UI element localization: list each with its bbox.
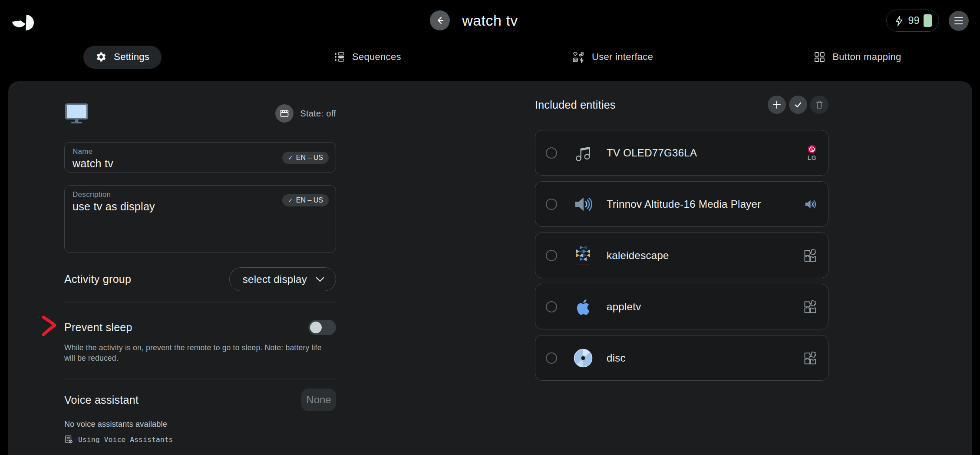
entity-radio[interactable]: [546, 199, 557, 210]
sequences-icon: [334, 51, 345, 63]
back-button[interactable]: [430, 10, 450, 30]
description-field-value: use tv as display: [73, 200, 155, 213]
activity-state-icon: [275, 104, 294, 123]
document-info-icon: [64, 435, 73, 444]
entity-name: kaleidescape: [607, 249, 669, 262]
entity-list: TV OLED77G36LA LG: [535, 130, 828, 381]
tab-label: Settings: [114, 51, 149, 63]
state-group: State: off: [275, 104, 336, 123]
tab-button-mapping[interactable]: Button mapping: [735, 43, 980, 70]
user-interface-icon: [572, 50, 585, 63]
entity-actions: [768, 96, 828, 114]
app-screen: watch tv 99 Settings: [0, 0, 980, 455]
tab-label: User interface: [592, 51, 653, 63]
kaleidescape-mosaic-icon: kaleidescape: [573, 245, 594, 266]
name-field-value: watch tv: [73, 157, 113, 170]
chevron-down-icon: [316, 277, 324, 282]
prevent-sleep-note: While the activity is on, prevent the re…: [64, 343, 330, 363]
check-icon: [794, 100, 802, 109]
tab-sequences[interactable]: Sequences: [245, 43, 490, 70]
included-entities-header: Included entities: [535, 95, 828, 115]
state-label: State: off: [300, 109, 336, 119]
prevent-sleep-toggle[interactable]: [308, 320, 336, 335]
divider: [64, 302, 336, 302]
language-pill[interactable]: ✓ EN – US: [282, 194, 329, 206]
tab-bar: Settings Sequences: [0, 43, 980, 70]
entity-name: TV OLED77G36LA: [607, 147, 697, 159]
plus-icon: [772, 100, 782, 110]
included-entities-title: Included entities: [535, 99, 616, 111]
trash-icon: [815, 100, 824, 110]
name-field[interactable]: Name watch tv ✓ EN – US: [64, 142, 336, 173]
voice-assistants-link-label: Using Voice Assistants: [78, 435, 173, 444]
activity-head-row: State: off: [64, 102, 336, 125]
music-note-icon: [573, 143, 594, 163]
hamburger-menu-button[interactable]: [949, 11, 969, 31]
hamburger-icon: [954, 17, 964, 25]
arrow-left-icon: [435, 15, 445, 26]
page-title: watch tv: [462, 12, 518, 29]
activity-group-value: select display: [243, 273, 307, 286]
speaker-icon: [573, 194, 594, 215]
prevent-sleep-label: Prevent sleep: [64, 321, 132, 334]
entity-row-trinnov[interactable]: Trinnov Altitude-16 Media Player: [535, 181, 828, 227]
gear-icon: [96, 51, 107, 63]
battery-level-icon: [924, 14, 932, 27]
prevent-sleep-row: Prevent sleep: [64, 319, 336, 336]
svg-text:kaleidescape: kaleidescape: [577, 263, 589, 266]
activity-settings-column: State: off Name watch tv ✓ EN – US Descr…: [64, 81, 336, 455]
red-annotation-arrow: [40, 315, 59, 337]
check-icon: ✓: [288, 197, 293, 204]
disc-icon: [573, 348, 594, 369]
confirm-selection-button[interactable]: [789, 96, 807, 114]
integration-puzzle-icon: [803, 351, 817, 365]
apple-logo-icon: [573, 296, 594, 317]
top-bar: watch tv 99: [0, 0, 980, 42]
tab-settings[interactable]: Settings: [0, 43, 245, 70]
entity-name: Trinnov Altitude-16 Media Player: [607, 198, 761, 210]
top-right-group: 99: [886, 10, 969, 32]
tab-user-interface[interactable]: User interface: [490, 43, 735, 70]
voice-assistant-row: Voice assistant None: [64, 389, 336, 411]
battery-percentage: 99: [908, 15, 920, 27]
check-icon: ✓: [288, 154, 293, 161]
divider: [64, 379, 336, 379]
button-mapping-icon: [814, 51, 825, 63]
entity-radio[interactable]: [546, 250, 557, 261]
voice-assistant-select[interactable]: None: [301, 389, 336, 411]
add-entity-button[interactable]: [768, 96, 786, 114]
charging-bolt-icon: [894, 15, 904, 27]
entity-row-appletv[interactable]: appletv: [535, 284, 828, 329]
name-field-label: Name: [73, 147, 93, 156]
toggle-knob: [310, 322, 322, 333]
voice-assistant-label: Voice assistant: [64, 394, 139, 406]
voice-assistants-doc-link[interactable]: Using Voice Assistants: [64, 435, 173, 444]
language-label: EN – US: [296, 154, 323, 162]
description-field[interactable]: Description use tv as display ✓ EN – US: [64, 185, 336, 253]
entity-name: disc: [607, 352, 626, 364]
content-panel: State: off Name watch tv ✓ EN – US Descr…: [8, 81, 972, 455]
delete-entity-button[interactable]: [810, 96, 828, 114]
integration-puzzle-icon: [803, 249, 817, 262]
entity-radio[interactable]: [546, 301, 557, 312]
language-pill[interactable]: ✓ EN – US: [282, 152, 329, 164]
speaker-badge-icon: [804, 198, 817, 211]
lg-logo-text: LG: [808, 154, 816, 161]
tab-label: Sequences: [352, 51, 401, 63]
entity-row-kaleidescape[interactable]: kaleidescape kaleidescape: [535, 232, 828, 278]
activity-group-select[interactable]: select display: [229, 267, 336, 291]
voice-assistant-empty-message: No voice assistants available: [64, 420, 167, 429]
integration-puzzle-icon: [803, 300, 817, 314]
lg-logo: LG: [807, 144, 817, 161]
entity-radio[interactable]: [546, 352, 557, 364]
language-label: EN – US: [296, 196, 323, 204]
activity-group-row: Activity group select display: [64, 267, 336, 291]
tab-label: Button mapping: [832, 51, 901, 63]
activity-group-label: Activity group: [64, 273, 131, 286]
entity-row-disc[interactable]: disc: [535, 335, 828, 381]
entity-radio[interactable]: [546, 147, 557, 159]
battery-status[interactable]: 99: [886, 10, 939, 32]
entity-row-tv-oled[interactable]: TV OLED77G36LA LG: [535, 130, 828, 176]
description-field-label: Description: [73, 190, 111, 199]
tv-monitor-icon: [64, 103, 89, 124]
